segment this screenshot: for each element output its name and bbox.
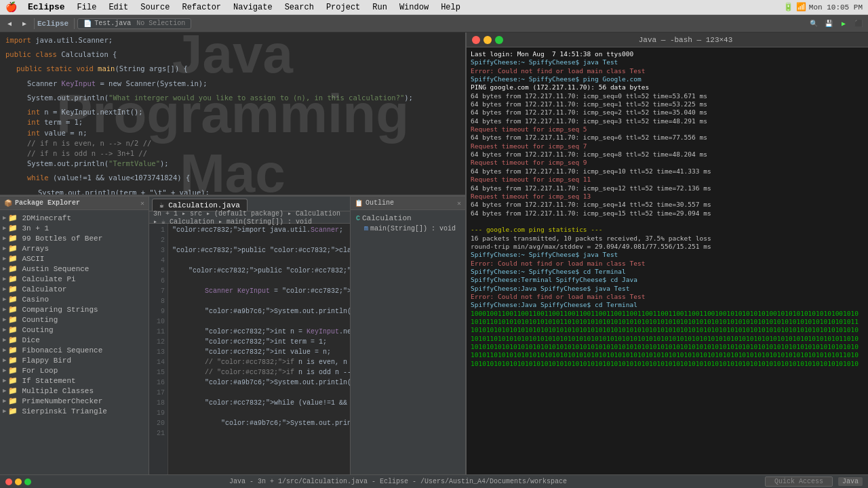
pkg-expand-icon: ▶ [3, 214, 6, 222]
outline-item-calculation[interactable]: C Calculation [353, 213, 462, 224]
code-line [172, 388, 346, 398]
package-item[interactable]: ▶📁For Loop [0, 365, 149, 375]
pkg-expand-icon: ▶ [3, 397, 6, 405]
terminal-line: Request timeout for icmp_seq 13 [471, 192, 864, 201]
toolbar-save[interactable]: 💾 [822, 17, 835, 30]
code-line [172, 428, 346, 439]
code-line: Scanner KeyInput = new Scanner(System.in… [5, 79, 460, 89]
package-item[interactable]: ▶📁Arrays [0, 243, 149, 253]
terminal-line: 1010101010101010101010101010101010101010… [471, 360, 864, 368]
menu-source[interactable]: Source [135, 1, 175, 14]
package-item[interactable]: ▶📁Calculator [0, 284, 149, 294]
code-line: "color:#cc7832;">int n = KeyInput.nextIn… [172, 327, 346, 337]
wifi-icon: 📶 [796, 2, 806, 12]
outline-close[interactable]: ✕ [457, 199, 461, 207]
package-item[interactable]: ▶📁2DMinecraft [0, 213, 149, 223]
line-number: 7 [152, 286, 165, 296]
terminal-line: 1010101010101010101010101010101010101010… [471, 326, 864, 334]
line-number: 2 [152, 235, 165, 245]
terminal-line: 64 bytes from 172.217.11.70: icmp_seq=1 … [471, 100, 864, 108]
menu-project[interactable]: Project [321, 1, 366, 14]
line-number: 5 [152, 266, 165, 276]
pkg-explorer-close[interactable]: ✕ [140, 199, 144, 207]
status-traffic-lights [5, 479, 31, 485]
toolbar-stop[interactable]: ⬛ [852, 17, 865, 30]
terminal-line: Request timeout for icmp_seq 5 [471, 125, 864, 134]
menu-navigate[interactable]: Navigate [228, 1, 278, 14]
pkg-expand-icon: ▶ [3, 235, 6, 242]
bottom-window-title: Java - 3n + 1/src/Calculation.java - Ecl… [37, 478, 760, 485]
menu-window[interactable]: Window [394, 1, 434, 14]
pkg-expand-icon: ▶ [3, 377, 6, 384]
package-item[interactable]: ▶📁Sierpinski Triangle [0, 406, 149, 416]
menu-edit[interactable]: Edit [103, 1, 134, 14]
menu-refactor[interactable]: Refactor [176, 1, 226, 14]
line-number: 17 [152, 388, 165, 398]
editor-body[interactable]: 123456789101112131415161718192021 "color… [149, 224, 350, 474]
toolbar-search[interactable]: 🔍 [807, 17, 821, 30]
code-line: // "color:#cc7832;">if n is odd n --> 3n… [172, 367, 346, 378]
quick-access-field[interactable]: Quick Access [765, 476, 833, 487]
code-line: "color:#cc7832;">int value = n; [172, 347, 346, 357]
package-item[interactable]: ▶📁Flappy Bird [0, 355, 149, 365]
package-tree: ▶📁2DMinecraft▶📁3n + 1▶📁99 Bottles of Bee… [0, 210, 149, 474]
package-item[interactable]: ▶📁Multiple Classes [0, 386, 149, 396]
package-item[interactable]: ▶📁Fibonacci Sequence [0, 345, 149, 355]
terminal-line: SpiffyCheese:Terminal SpiffyCheese$ cd J… [471, 276, 864, 284]
pkg-folder-icon: 📁 [8, 295, 18, 304]
line-number: 6 [152, 276, 165, 286]
pkg-expand-icon: ▶ [3, 275, 6, 283]
editor-breadcrumb: 3n + 1 ▸ src ▸ (default package) ▸ Calcu… [149, 211, 350, 224]
pkg-expand-icon: ▶ [3, 285, 6, 293]
package-item[interactable]: ▶📁Austin Sequence [0, 264, 149, 274]
pkg-explorer-icon: 📦 [4, 199, 12, 207]
terminal-content[interactable]: Last login: Mon Aug 7 14:51:38 on ttys00… [467, 47, 868, 474]
java-perspective[interactable]: Java [838, 477, 863, 486]
pkg-expand-icon: ▶ [3, 296, 6, 303]
term-maximize-btn[interactable] [495, 36, 503, 44]
package-item[interactable]: ▶📁Calculate Pi [0, 274, 149, 284]
file-tab-indicator[interactable]: 📄 Test.java No Selection [77, 18, 191, 29]
terminal-line: 1010110101010101010101011010101010101010… [471, 318, 864, 326]
code-line: int term = 1; [5, 117, 460, 127]
package-item[interactable]: ▶📁Couting [0, 325, 149, 335]
package-item[interactable]: ▶📁99 Bottles of Beer [0, 233, 149, 243]
code-line: import java.util.Scanner; [5, 35, 460, 45]
term-close-btn[interactable] [472, 36, 480, 44]
pkg-folder-icon: 📁 [8, 396, 18, 405]
toolbar-sep1 [34, 18, 35, 29]
pkg-expand-icon: ▶ [3, 265, 6, 272]
menu-help[interactable]: Help [435, 1, 466, 14]
term-minimize-btn[interactable] [484, 36, 492, 44]
code-line: // "color:#cc7832;">if n is even, n --> … [172, 357, 346, 367]
code-body[interactable]: "color:#cc7832;">import java.util.Scanne… [168, 224, 350, 474]
app-name[interactable]: Eclipse [22, 1, 71, 14]
pkg-folder-icon: 📁 [8, 214, 18, 222]
package-item[interactable]: ▶📁Casino [0, 294, 149, 304]
terminal-line: 64 bytes from 172.217.11.70: icmp_seq=10… [471, 167, 864, 176]
pkg-folder-icon: 📁 [8, 244, 18, 253]
lower-split: 📦 Package Explorer ✕ ▶📁2DMinecraft▶📁3n +… [0, 195, 465, 474]
package-explorer-header: 📦 Package Explorer ✕ [0, 197, 149, 210]
toolbar-run[interactable]: ▶ [837, 17, 850, 30]
package-item[interactable]: ▶📁Comparing Strings [0, 304, 149, 314]
package-item[interactable]: ▶📁Counting [0, 314, 149, 325]
apple-icon[interactable]: 🍎 [5, 1, 17, 13]
menu-search[interactable]: Search [279, 1, 319, 14]
code-line: System.out.println(term + "\t" + value); [5, 188, 460, 195]
package-item[interactable]: ▶📁3n + 1 [0, 223, 149, 233]
package-item[interactable]: ▶📁If Statement [0, 375, 149, 386]
terminal-traffic-lights [472, 36, 503, 44]
menu-file[interactable]: File [72, 1, 102, 14]
outline-item-main[interactable]: m main(String[]) : void [353, 224, 462, 234]
toolbar-nav-fwd[interactable]: ▶ [18, 17, 31, 30]
terminal-line: PING google.com (172.217.11.70): 56 data… [471, 83, 864, 92]
outline-header: 📋 Outline ✕ [351, 197, 465, 210]
code-editor[interactable]: ☕ Calculation.java 3n + 1 ▸ src ▸ (defau… [149, 197, 350, 474]
menu-run[interactable]: Run [367, 1, 393, 14]
toolbar-nav-back[interactable]: ◀ [3, 17, 16, 30]
package-item[interactable]: ▶📁ASCII [0, 253, 149, 264]
package-item[interactable]: ▶📁Dice [0, 335, 149, 345]
package-item[interactable]: ▶📁PrimeNumberChecker [0, 396, 149, 406]
upper-code-area[interactable]: Java Programming Mac import java.util.Sc… [0, 33, 465, 195]
